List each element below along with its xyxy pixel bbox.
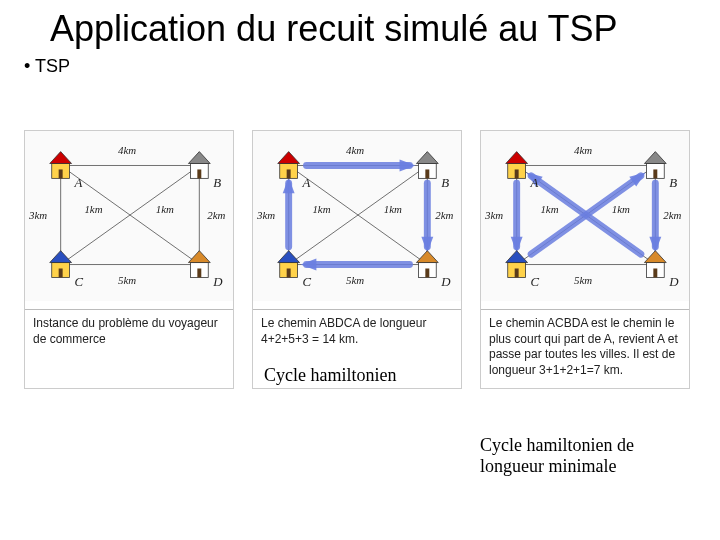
- svg-text:5km: 5km: [118, 274, 136, 286]
- svg-text:B: B: [669, 176, 677, 190]
- svg-rect-23: [197, 268, 201, 277]
- svg-text:A: A: [74, 176, 83, 190]
- svg-marker-41: [283, 177, 295, 193]
- svg-marker-52: [416, 152, 438, 164]
- svg-rect-95: [653, 268, 657, 277]
- page-title: Application du recuit simulé au TSP: [50, 8, 618, 50]
- svg-text:5km: 5km: [574, 274, 592, 286]
- svg-text:4km: 4km: [118, 144, 136, 156]
- svg-text:A: A: [530, 176, 539, 190]
- svg-text:2km: 2km: [435, 209, 453, 221]
- panel-1-graph: 4km5km3km2km1km1kmABCD: [25, 131, 233, 301]
- svg-text:1km: 1km: [84, 203, 102, 215]
- svg-text:B: B: [213, 176, 221, 190]
- svg-text:4km: 4km: [346, 144, 364, 156]
- svg-rect-53: [425, 169, 429, 178]
- svg-text:5km: 5km: [346, 274, 364, 286]
- svg-text:D: D: [668, 275, 679, 289]
- annot2-line1: Cycle hamiltonien de: [480, 435, 634, 455]
- svg-text:2km: 2km: [663, 209, 681, 221]
- svg-text:3km: 3km: [28, 209, 47, 221]
- svg-rect-86: [515, 169, 519, 178]
- svg-marker-58: [416, 251, 438, 263]
- annot2-line2: longueur minimale: [480, 456, 616, 476]
- svg-rect-17: [197, 169, 201, 178]
- svg-marker-91: [506, 251, 528, 263]
- panel-3-caption: Le chemin ACBDA est le chemin le plus co…: [481, 309, 689, 388]
- panel-2: 4km5km3km2km1km1kmABCD Le chemin ABDCA d…: [252, 130, 462, 389]
- svg-marker-19: [50, 251, 72, 263]
- bullet-dot: •: [24, 56, 35, 76]
- svg-marker-35: [400, 160, 416, 172]
- bullet-text: TSP: [35, 56, 70, 76]
- svg-rect-20: [59, 268, 63, 277]
- svg-marker-22: [188, 251, 210, 263]
- panel-2-caption: Le chemin ABDCA de longueur 4+2+5+3 = 14…: [253, 309, 461, 357]
- panels-row: 4km5km3km2km1km1kmABCD Instance du probl…: [24, 130, 690, 389]
- svg-text:D: D: [440, 275, 451, 289]
- svg-marker-85: [506, 152, 528, 164]
- svg-rect-56: [287, 268, 291, 277]
- svg-marker-94: [644, 251, 666, 263]
- svg-text:C: C: [75, 275, 84, 289]
- svg-rect-59: [425, 268, 429, 277]
- panel-3: 4km5km3km2km1km1kmABCD Le chemin ACBDA e…: [480, 130, 690, 389]
- svg-marker-39: [301, 259, 317, 271]
- panel-1: 4km5km3km2km1km1kmABCD Instance du probl…: [24, 130, 234, 389]
- svg-rect-14: [59, 169, 63, 178]
- svg-text:1km: 1km: [156, 203, 174, 215]
- svg-text:C: C: [531, 275, 540, 289]
- svg-marker-16: [188, 152, 210, 164]
- svg-text:1km: 1km: [312, 203, 330, 215]
- svg-marker-55: [278, 251, 300, 263]
- svg-marker-88: [644, 152, 666, 164]
- svg-rect-92: [515, 268, 519, 277]
- svg-text:D: D: [212, 275, 223, 289]
- panel-3-graph: 4km5km3km2km1km1kmABCD: [481, 131, 689, 301]
- svg-rect-89: [653, 169, 657, 178]
- svg-text:4km: 4km: [574, 144, 592, 156]
- bullet-item: • TSP: [24, 56, 70, 77]
- svg-marker-49: [278, 152, 300, 164]
- svg-text:2km: 2km: [207, 209, 225, 221]
- svg-text:B: B: [441, 176, 449, 190]
- svg-text:1km: 1km: [384, 203, 402, 215]
- panel-2-graph: 4km5km3km2km1km1kmABCD: [253, 131, 461, 301]
- svg-text:A: A: [302, 176, 311, 190]
- annotation-cycle-hamiltonien: Cycle hamiltonien: [264, 365, 396, 386]
- svg-rect-50: [287, 169, 291, 178]
- panel-1-caption: Instance du problème du voyageur de comm…: [25, 309, 233, 357]
- svg-text:1km: 1km: [540, 203, 558, 215]
- svg-text:C: C: [303, 275, 312, 289]
- svg-marker-13: [50, 152, 72, 164]
- annotation-cycle-minimale: Cycle hamiltonien de longueur minimale: [480, 435, 634, 476]
- svg-text:1km: 1km: [612, 203, 630, 215]
- svg-text:3km: 3km: [484, 209, 503, 221]
- svg-text:3km: 3km: [256, 209, 275, 221]
